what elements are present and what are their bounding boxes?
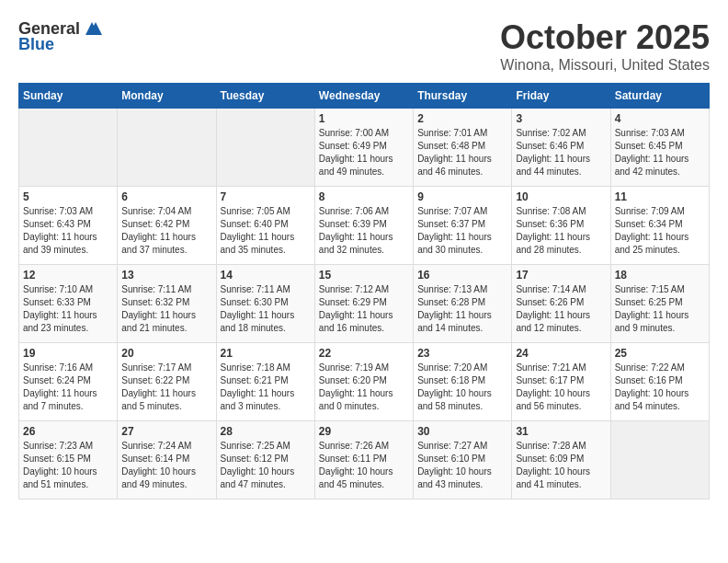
calendar-cell: 11Sunrise: 7:09 AM Sunset: 6:34 PM Dayli…	[610, 187, 709, 265]
day-info: Sunrise: 7:15 AM Sunset: 6:25 PM Dayligh…	[615, 283, 705, 335]
day-number: 13	[121, 269, 211, 282]
day-info: Sunrise: 7:12 AM Sunset: 6:29 PM Dayligh…	[319, 283, 409, 335]
calendar-cell: 22Sunrise: 7:19 AM Sunset: 6:20 PM Dayli…	[314, 343, 413, 421]
calendar-cell: 15Sunrise: 7:12 AM Sunset: 6:29 PM Dayli…	[314, 265, 413, 343]
calendar-cell: 19Sunrise: 7:16 AM Sunset: 6:24 PM Dayli…	[19, 343, 118, 421]
day-info: Sunrise: 7:19 AM Sunset: 6:20 PM Dayligh…	[319, 362, 409, 413]
day-info: Sunrise: 7:11 AM Sunset: 6:30 PM Dayligh…	[221, 283, 311, 335]
week-row-2: 5Sunrise: 7:03 AM Sunset: 6:43 PM Daylig…	[19, 187, 710, 265]
week-row-4: 19Sunrise: 7:16 AM Sunset: 6:24 PM Dayli…	[19, 343, 710, 421]
day-info: Sunrise: 7:27 AM Sunset: 6:10 PM Dayligh…	[417, 440, 507, 491]
day-number: 1	[319, 112, 409, 125]
day-info: Sunrise: 7:10 AM Sunset: 6:33 PM Dayligh…	[23, 283, 113, 335]
day-info: Sunrise: 7:28 AM Sunset: 6:09 PM Dayligh…	[516, 440, 606, 491]
calendar-cell	[216, 109, 314, 187]
calendar-cell: 28Sunrise: 7:25 AM Sunset: 6:12 PM Dayli…	[216, 421, 314, 500]
day-number: 19	[23, 347, 113, 360]
weekday-header-thursday: Thursday	[414, 84, 512, 109]
day-info: Sunrise: 7:02 AM Sunset: 6:46 PM Dayligh…	[516, 127, 606, 178]
day-number: 16	[417, 269, 507, 282]
calendar-cell	[19, 109, 118, 187]
day-info: Sunrise: 7:23 AM Sunset: 6:15 PM Dayligh…	[23, 440, 113, 491]
weekday-header-tuesday: Tuesday	[216, 84, 314, 109]
day-info: Sunrise: 7:03 AM Sunset: 6:45 PM Dayligh…	[615, 127, 705, 178]
calendar-cell: 12Sunrise: 7:10 AM Sunset: 6:33 PM Dayli…	[19, 265, 118, 343]
month-title: October 2025	[500, 18, 710, 57]
day-number: 17	[516, 269, 606, 282]
weekday-header-saturday: Saturday	[610, 84, 709, 109]
calendar-cell: 26Sunrise: 7:23 AM Sunset: 6:15 PM Dayli…	[19, 421, 118, 500]
calendar-cell	[610, 421, 709, 500]
day-info: Sunrise: 7:18 AM Sunset: 6:21 PM Dayligh…	[221, 362, 311, 413]
day-number: 30	[417, 425, 507, 438]
day-info: Sunrise: 7:03 AM Sunset: 6:43 PM Dayligh…	[23, 205, 113, 257]
day-number: 10	[516, 190, 606, 203]
day-info: Sunrise: 7:07 AM Sunset: 6:37 PM Dayligh…	[417, 205, 507, 257]
day-number: 25	[615, 347, 705, 360]
title-area: October 2025 Winona, Missouri, United St…	[500, 18, 710, 74]
calendar-cell: 1Sunrise: 7:00 AM Sunset: 6:49 PM Daylig…	[314, 109, 413, 187]
day-info: Sunrise: 7:00 AM Sunset: 6:49 PM Dayligh…	[319, 127, 409, 178]
calendar-cell: 16Sunrise: 7:13 AM Sunset: 6:28 PM Dayli…	[414, 265, 512, 343]
weekday-header-monday: Monday	[118, 84, 216, 109]
calendar-cell: 8Sunrise: 7:06 AM Sunset: 6:39 PM Daylig…	[314, 187, 413, 265]
calendar-cell: 24Sunrise: 7:21 AM Sunset: 6:17 PM Dayli…	[512, 343, 610, 421]
calendar-cell: 3Sunrise: 7:02 AM Sunset: 6:46 PM Daylig…	[512, 109, 610, 187]
weekday-header-sunday: Sunday	[19, 84, 118, 109]
weekday-header-row: SundayMondayTuesdayWednesdayThursdayFrid…	[19, 84, 710, 109]
day-number: 28	[221, 425, 311, 438]
day-info: Sunrise: 7:06 AM Sunset: 6:39 PM Dayligh…	[319, 205, 409, 257]
day-info: Sunrise: 7:16 AM Sunset: 6:24 PM Dayligh…	[23, 362, 113, 413]
day-number: 9	[417, 190, 507, 203]
day-number: 26	[23, 425, 113, 438]
day-number: 4	[615, 112, 705, 125]
calendar-cell: 20Sunrise: 7:17 AM Sunset: 6:22 PM Dayli…	[118, 343, 216, 421]
day-info: Sunrise: 7:04 AM Sunset: 6:42 PM Dayligh…	[121, 205, 211, 257]
calendar-cell: 18Sunrise: 7:15 AM Sunset: 6:25 PM Dayli…	[610, 265, 709, 343]
calendar-cell: 17Sunrise: 7:14 AM Sunset: 6:26 PM Dayli…	[512, 265, 610, 343]
day-number: 7	[221, 190, 311, 203]
calendar-cell: 13Sunrise: 7:11 AM Sunset: 6:32 PM Dayli…	[118, 265, 216, 343]
location-title: Winona, Missouri, United States	[500, 57, 710, 74]
day-info: Sunrise: 7:25 AM Sunset: 6:12 PM Dayligh…	[221, 440, 311, 491]
day-number: 29	[319, 425, 409, 438]
day-number: 20	[121, 347, 211, 360]
calendar-cell: 21Sunrise: 7:18 AM Sunset: 6:21 PM Dayli…	[216, 343, 314, 421]
day-number: 14	[221, 269, 311, 282]
day-number: 21	[221, 347, 311, 360]
calendar-cell	[118, 109, 216, 187]
calendar-cell: 23Sunrise: 7:20 AM Sunset: 6:18 PM Dayli…	[414, 343, 512, 421]
calendar-cell: 7Sunrise: 7:05 AM Sunset: 6:40 PM Daylig…	[216, 187, 314, 265]
day-info: Sunrise: 7:24 AM Sunset: 6:14 PM Dayligh…	[121, 440, 211, 491]
day-number: 24	[516, 347, 606, 360]
day-number: 5	[23, 190, 113, 203]
day-info: Sunrise: 7:22 AM Sunset: 6:16 PM Dayligh…	[615, 362, 705, 413]
logo-icon	[82, 18, 102, 39]
calendar-cell: 30Sunrise: 7:27 AM Sunset: 6:10 PM Dayli…	[414, 421, 512, 500]
calendar-cell: 31Sunrise: 7:28 AM Sunset: 6:09 PM Dayli…	[512, 421, 610, 500]
day-number: 18	[615, 269, 705, 282]
week-row-3: 12Sunrise: 7:10 AM Sunset: 6:33 PM Dayli…	[19, 265, 710, 343]
day-number: 22	[319, 347, 409, 360]
day-info: Sunrise: 7:14 AM Sunset: 6:26 PM Dayligh…	[516, 283, 606, 335]
day-info: Sunrise: 7:26 AM Sunset: 6:11 PM Dayligh…	[319, 440, 409, 491]
week-row-1: 1Sunrise: 7:00 AM Sunset: 6:49 PM Daylig…	[19, 109, 710, 187]
day-number: 6	[121, 190, 211, 203]
day-number: 27	[121, 425, 211, 438]
day-info: Sunrise: 7:01 AM Sunset: 6:48 PM Dayligh…	[417, 127, 507, 178]
week-row-5: 26Sunrise: 7:23 AM Sunset: 6:15 PM Dayli…	[19, 421, 710, 500]
weekday-header-friday: Friday	[512, 84, 610, 109]
calendar-cell: 2Sunrise: 7:01 AM Sunset: 6:48 PM Daylig…	[414, 109, 512, 187]
weekday-header-wednesday: Wednesday	[314, 84, 413, 109]
calendar-cell: 29Sunrise: 7:26 AM Sunset: 6:11 PM Dayli…	[314, 421, 413, 500]
day-info: Sunrise: 7:17 AM Sunset: 6:22 PM Dayligh…	[121, 362, 211, 413]
calendar-cell: 14Sunrise: 7:11 AM Sunset: 6:30 PM Dayli…	[216, 265, 314, 343]
calendar-cell: 25Sunrise: 7:22 AM Sunset: 6:16 PM Dayli…	[610, 343, 709, 421]
day-number: 11	[615, 190, 705, 203]
day-number: 2	[417, 112, 507, 125]
day-info: Sunrise: 7:08 AM Sunset: 6:36 PM Dayligh…	[516, 205, 606, 257]
day-info: Sunrise: 7:20 AM Sunset: 6:18 PM Dayligh…	[417, 362, 507, 413]
day-number: 31	[516, 425, 606, 438]
day-number: 3	[516, 112, 606, 125]
calendar-cell: 4Sunrise: 7:03 AM Sunset: 6:45 PM Daylig…	[610, 109, 709, 187]
